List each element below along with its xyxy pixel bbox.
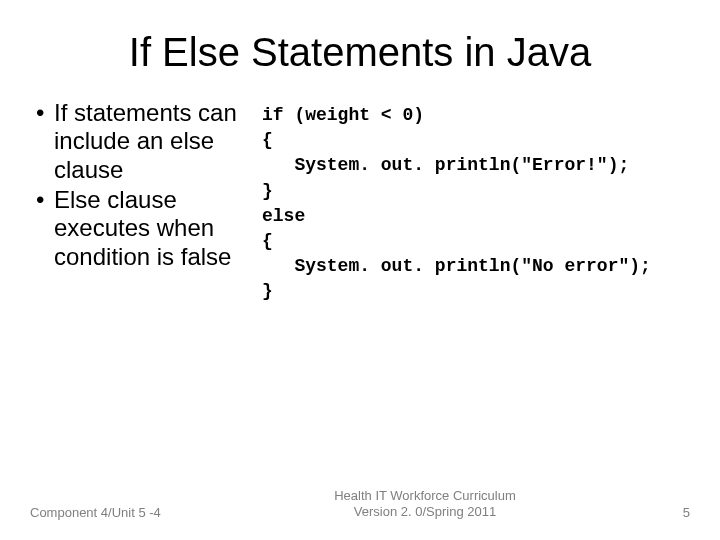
code-block: if (weight < 0) { System. out. println("… bbox=[262, 103, 651, 305]
code-line: System. out. println("No error"); bbox=[262, 256, 651, 276]
code-line: { bbox=[262, 231, 273, 251]
code-line: else bbox=[262, 206, 305, 226]
code-line: if (weight < 0) bbox=[262, 105, 424, 125]
footer-center-line2: Version 2. 0/Spring 2011 bbox=[200, 504, 650, 520]
code-line: { bbox=[262, 130, 273, 150]
content-area: If statements can include an else clause… bbox=[30, 99, 690, 305]
bullet-text: If statements can include an else clause bbox=[54, 99, 237, 183]
code-line: } bbox=[262, 281, 273, 301]
bullet-text: Else clause executes when condition is f… bbox=[54, 186, 231, 270]
footer-center: Health IT Workforce Curriculum Version 2… bbox=[200, 488, 650, 521]
list-item: If statements can include an else clause bbox=[34, 99, 254, 184]
slide-number: 5 bbox=[650, 505, 690, 520]
footer-center-line1: Health IT Workforce Curriculum bbox=[200, 488, 650, 504]
footer: Component 4/Unit 5 -4 Health IT Workforc… bbox=[0, 488, 720, 521]
slide-title: If Else Statements in Java bbox=[30, 30, 690, 75]
code-line: System. out. println("Error!"); bbox=[262, 155, 629, 175]
list-item: Else clause executes when condition is f… bbox=[34, 186, 254, 271]
footer-left: Component 4/Unit 5 -4 bbox=[30, 505, 200, 520]
code-line: } bbox=[262, 181, 273, 201]
bullet-list: If statements can include an else clause… bbox=[34, 99, 254, 273]
slide: If Else Statements in Java If statements… bbox=[0, 0, 720, 540]
